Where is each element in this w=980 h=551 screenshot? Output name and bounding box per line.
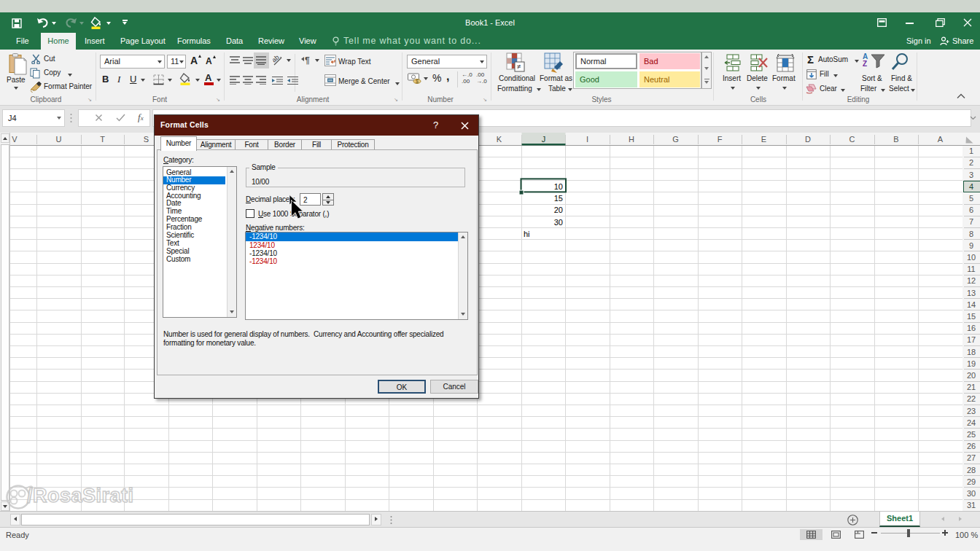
svg-text:K: K xyxy=(497,135,502,144)
svg-text:C: C xyxy=(849,135,855,144)
svg-text:20: 20 xyxy=(967,371,976,380)
svg-text:11: 11 xyxy=(967,265,975,273)
svg-text:7: 7 xyxy=(969,217,973,226)
svg-text:B: B xyxy=(893,135,898,144)
svg-text:S: S xyxy=(144,135,149,144)
svg-text:V: V xyxy=(12,135,18,144)
svg-text:25: 25 xyxy=(967,430,976,439)
svg-text:F: F xyxy=(718,135,723,144)
svg-text:10: 10 xyxy=(554,182,563,191)
svg-text:6: 6 xyxy=(969,206,973,214)
svg-text:10: 10 xyxy=(967,253,976,262)
svg-text:4: 4 xyxy=(969,182,973,191)
svg-text:23: 23 xyxy=(967,407,976,415)
svg-text:8: 8 xyxy=(969,230,973,238)
svg-text:24: 24 xyxy=(967,418,976,427)
svg-text:9: 9 xyxy=(969,241,973,250)
svg-text:30: 30 xyxy=(967,489,976,498)
svg-text:U: U xyxy=(56,135,62,144)
svg-text:G: G xyxy=(672,135,679,144)
svg-text:28: 28 xyxy=(967,466,976,474)
svg-text:27: 27 xyxy=(967,453,976,462)
svg-text:3: 3 xyxy=(969,171,973,179)
svg-text:1: 1 xyxy=(969,146,973,155)
svg-text:15: 15 xyxy=(554,194,563,203)
svg-text:20: 20 xyxy=(554,206,563,214)
svg-text:hi: hi xyxy=(524,230,530,238)
svg-text:21: 21 xyxy=(967,383,976,391)
svg-text:31: 31 xyxy=(967,501,976,509)
svg-text:29: 29 xyxy=(967,477,976,486)
svg-text:22: 22 xyxy=(967,394,976,403)
svg-text:J: J xyxy=(542,135,546,144)
svg-text:2: 2 xyxy=(969,158,973,167)
svg-text:A: A xyxy=(938,135,944,144)
svg-text:E: E xyxy=(761,135,766,144)
svg-text:16: 16 xyxy=(967,324,976,332)
svg-text:12: 12 xyxy=(967,276,976,285)
svg-text:14: 14 xyxy=(967,300,976,309)
svg-text:D: D xyxy=(805,135,811,144)
svg-text:¶: ¶ xyxy=(305,55,310,65)
svg-text:17: 17 xyxy=(967,335,976,344)
svg-text:19: 19 xyxy=(967,359,976,368)
svg-text:H: H xyxy=(629,135,634,144)
svg-text:5: 5 xyxy=(969,194,973,203)
svg-text:T: T xyxy=(100,135,105,144)
svg-text:$: $ xyxy=(416,79,419,84)
svg-text:30: 30 xyxy=(554,218,563,227)
svg-text:I: I xyxy=(586,135,588,144)
svg-text:26: 26 xyxy=(967,442,976,450)
svg-text:13: 13 xyxy=(967,289,976,297)
svg-text:≠: ≠ xyxy=(517,63,521,71)
svg-text:15: 15 xyxy=(967,312,976,321)
svg-text:18: 18 xyxy=(967,348,976,356)
